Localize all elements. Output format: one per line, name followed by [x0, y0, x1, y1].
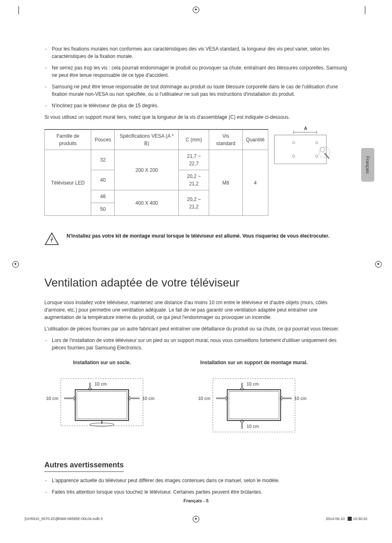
registration-mark-icon — [375, 261, 382, 268]
cell-c: 20,2 ~ 21,2 — [179, 170, 209, 190]
cell-c: 20,2 ~ 21,2 — [179, 190, 209, 216]
th-vesa: Spécifications VESA (A * B) — [115, 129, 179, 150]
list-item: Pour les fixations murales non conformes… — [44, 45, 348, 60]
bottom-notes-list: L'apparence actuelle du téléviseur peut … — [44, 477, 348, 496]
svg-rect-31 — [348, 517, 352, 521]
installation-diagrams: Installation sur un socle. 10 cm 10 cm 1… — [44, 359, 348, 439]
list-item: L'apparence actuelle du téléviseur peut … — [44, 477, 348, 484]
cell-vesa: 400 X 400 — [115, 190, 179, 216]
svg-rect-17 — [77, 391, 127, 419]
th-c: C (mm) — [179, 129, 209, 150]
registration-mark-icon — [193, 516, 199, 522]
th-qty: Quantité — [242, 129, 268, 150]
registration-mark-icon — [12, 261, 19, 268]
language-tab: Français — [361, 148, 374, 182]
language-label: Français — [364, 156, 371, 173]
svg-rect-0 — [274, 135, 327, 164]
svg-point-8 — [316, 141, 318, 144]
top-notes-list: Pour les fixations murales non conformes… — [44, 45, 348, 109]
clock-icon — [348, 517, 352, 521]
svg-rect-26 — [229, 391, 279, 419]
vesa-spec-table: Famille de produits Pouces Spécification… — [44, 129, 268, 216]
list-item: Samsung ne peut être tenue responsable d… — [44, 83, 348, 98]
cell-inches: 32 — [91, 150, 115, 170]
svg-text:10 cm: 10 cm — [142, 396, 154, 401]
svg-point-10 — [316, 155, 318, 157]
wall-install-diagram: Installation sur un support de montage m… — [196, 359, 311, 439]
th-screw: Vis standard — [209, 129, 242, 150]
support-note: Si vous utilisez un support mural tiers,… — [44, 113, 348, 121]
diagram-title: Installation sur un socle. — [44, 359, 159, 366]
svg-rect-16 — [75, 390, 129, 421]
warning-block: N'installez pas votre kit de montage mur… — [44, 232, 348, 245]
svg-text:10 cm: 10 cm — [247, 381, 259, 386]
warning-text: N'installez pas votre kit de montage mur… — [67, 232, 348, 240]
page-content: Français Pour les fixations murales non … — [44, 45, 348, 500]
svg-text:10 cm: 10 cm — [198, 396, 210, 401]
list-item: Lors de l'installation de votre télévise… — [44, 337, 348, 351]
page-number: Français - 5 — [183, 497, 208, 504]
svg-text:A: A — [304, 126, 307, 131]
registration-mark-icon — [193, 7, 199, 13]
diagram-title: Installation sur un support de montage m… — [196, 359, 311, 366]
cell-inches: 50 — [91, 203, 115, 216]
svg-text:10 cm: 10 cm — [46, 396, 58, 401]
svg-rect-25 — [227, 390, 281, 421]
svg-text:10 cm: 10 cm — [95, 381, 107, 386]
ventilation-para: L'utilisation de pièces fournies par un … — [44, 325, 348, 333]
list-item: N'inclinez pas le téléviseur de plus de … — [44, 102, 348, 109]
svg-point-7 — [293, 141, 295, 144]
footer-time: 10:30:22 — [353, 517, 367, 521]
footer-file-info: [UH5510_5570-ZG]BN68-06595E-00L04.indb 5 — [25, 516, 103, 522]
cell-c: 21,7 ~ 22,7 — [179, 150, 209, 170]
svg-point-12 — [320, 147, 325, 152]
th-inches: Pouces — [91, 129, 115, 150]
cell-qty: 4 — [242, 150, 268, 216]
warning-icon — [44, 232, 59, 245]
list-item: Faites très attention lorsque vous touch… — [44, 488, 348, 496]
th-family: Famille de produits — [45, 129, 91, 150]
cell-vesa: 200 X 200 — [115, 150, 179, 190]
svg-text:10 cm: 10 cm — [294, 396, 307, 401]
cell-inches: 48 — [91, 190, 115, 203]
cell-screw: M8 — [209, 150, 242, 216]
crop-mark — [18, 6, 19, 14]
cell-family: Téléviseur LED — [45, 150, 91, 216]
sub-title: Autres avertissements — [44, 460, 124, 472]
section-title: Ventilation adaptée de votre téléviseur — [44, 274, 348, 291]
svg-marker-14 — [51, 236, 53, 243]
svg-text:10 cm: 10 cm — [247, 424, 259, 429]
vesa-diagram-icon: A B — [272, 125, 334, 168]
ventilation-bullet-list: Lors de l'installation de votre télévise… — [44, 337, 348, 351]
footer-date: 2014-06-10 — [326, 517, 345, 521]
cell-inches: 40 — [91, 170, 115, 190]
wall-install-icon: 10 cm 10 cm 10 cm 10 cm — [196, 371, 311, 437]
svg-point-9 — [293, 155, 295, 157]
list-item: Ne serrez pas trop les vis : cela pourra… — [44, 64, 348, 79]
spec-row: Famille de produits Pouces Spécification… — [44, 125, 348, 216]
stand-install-icon: 10 cm 10 cm 10 cm — [44, 371, 159, 437]
crop-mark — [365, 6, 365, 14]
footer-timestamp: 2014-06-10 10:30:22 — [326, 516, 367, 522]
stand-install-diagram: Installation sur un socle. 10 cm 10 cm 1… — [44, 359, 159, 439]
ventilation-para: Lorsque vous installez votre téléviseur,… — [44, 299, 348, 321]
